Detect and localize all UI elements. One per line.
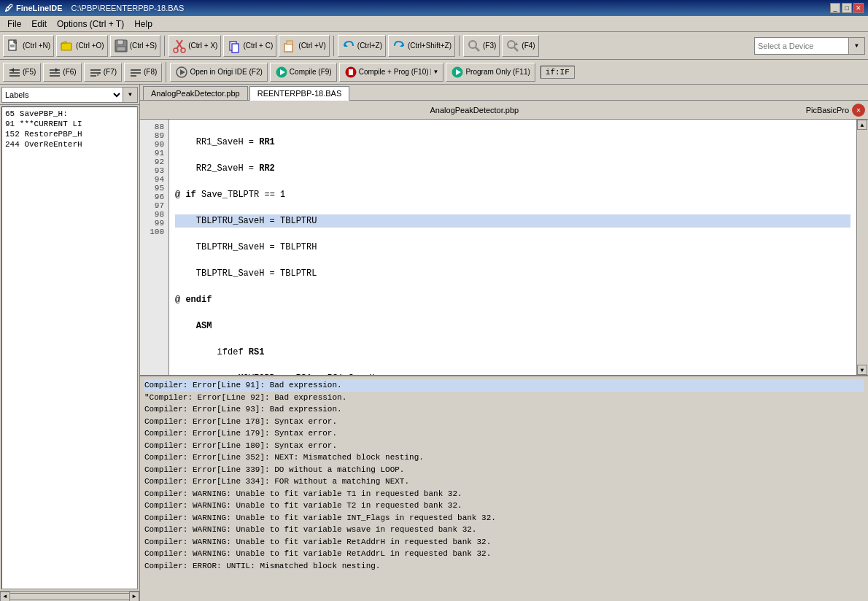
sidebar-header: Labels Functions Variables ▼ [0, 85, 139, 105]
output-line-8: Compiler: Error[Line 334]: FOR without a… [144, 476, 864, 488]
app-name: FineLineIDE [16, 4, 63, 12]
sidebar-item-1[interactable]: 91 ***CURRENT LI [4, 119, 136, 129]
title-left: 🖊 FineLineIDE C:\PBP\REENTERPBP-18.BAS [4, 3, 184, 13]
svg-rect-14 [287, 41, 292, 44]
sidebar-dropdown[interactable]: Labels Functions Variables [1, 87, 123, 103]
program-only-button[interactable]: Program Only (F11) [446, 63, 535, 82]
sidebar-horizontal-scrollbar[interactable]: ◄ ► [0, 591, 139, 601]
menu-file[interactable]: File [3, 18, 26, 30]
editor-scroll-up[interactable]: ▲ [857, 120, 867, 130]
toolbar2-btn-f7[interactable]: // (F7) [84, 63, 122, 82]
close-button[interactable]: ✕ [853, 3, 864, 13]
device-dropdown-button[interactable]: ▼ [849, 37, 865, 55]
menu-options[interactable]: Options (Ctrl + T) [53, 18, 128, 30]
svg-point-10 [181, 48, 185, 53]
menu-bar: File Edit Options (Ctrl + T) Help [0, 16, 868, 32]
tab-reenter[interactable]: REENTERPBP-18.BAS [249, 86, 350, 101]
undo-button[interactable]: (Ctrl+Z) [338, 35, 386, 57]
svg-rect-30 [90, 69, 101, 71]
new-label: (Ctrl +N) [23, 42, 50, 50]
output-line-1: "Compiler: Error[Line 92]: Bad expressio… [144, 392, 864, 404]
paste-button[interactable]: (Ctrl +V) [279, 35, 330, 57]
minimize-button[interactable]: _ [830, 3, 840, 13]
toolbar2-btn-f6[interactable]: (F6) [43, 63, 81, 82]
redo-label: (Ctrl+Shift+Z) [408, 42, 452, 50]
svg-rect-35 [131, 72, 141, 74]
output-line-12: Compiler: WARNING: Unable to fit variabl… [144, 524, 864, 536]
sidebar-item-2[interactable]: 152 RestorePBP_H [4, 129, 136, 139]
uncomment-icon [129, 66, 142, 79]
svg-text://: // [97, 71, 100, 77]
code-editor[interactable]: RR1_SaveH = RR1 RR2_SaveH = RR2 @ if Sav… [169, 120, 856, 375]
sidebar-scroll-left[interactable]: ◄ [0, 592, 10, 602]
tab-analog[interactable]: AnalogPeakDetector.pbp [143, 86, 248, 100]
title-bar: 🖊 FineLineIDE C:\PBP\REENTERPBP-18.BAS _… [0, 0, 868, 16]
svg-rect-42 [349, 69, 353, 75]
output-line-2: Compiler: Error[Line 93]: Bad expression… [144, 403, 864, 416]
svg-point-9 [174, 48, 178, 53]
editor-scroll-down[interactable]: ▼ [857, 365, 867, 375]
tb2-f5-label: (F5) [23, 68, 36, 76]
sidebar-item-3[interactable]: 244 OverReEnterH [4, 139, 136, 150]
output-line-7: Compiler: Error[Line 339]: DO without a … [144, 464, 864, 476]
svg-rect-32 [90, 75, 96, 77]
new-button[interactable]: (Ctrl +N) [3, 35, 54, 57]
cut-icon [172, 39, 187, 53]
separator4 [166, 62, 166, 82]
sidebar-item-0[interactable]: 65 SavePBP_H: [4, 109, 136, 119]
output-line-14: Compiler: WARNING: Unable to fit variabl… [144, 548, 864, 560]
toolbar2-btn-f5[interactable]: (F5) [3, 63, 41, 82]
svg-point-17 [469, 41, 476, 48]
sidebar-dropdown-button[interactable]: ▼ [123, 87, 138, 103]
if-badge: if:IF [540, 66, 575, 79]
copy-icon [227, 39, 241, 53]
output-line-10: Compiler: WARNING: Unable to fit variabl… [144, 500, 864, 512]
app-logo: 🖊 [4, 3, 13, 13]
menu-edit[interactable]: Edit [27, 18, 51, 30]
program-only-label: Program Only (F11) [465, 68, 530, 76]
output-line-0: Compiler: Error[Line 91]: Bad expression… [144, 379, 864, 392]
output-panel: Compiler: Error[Line 91]: Bad expression… [140, 375, 868, 601]
sidebar-scrollbar-track[interactable] [10, 593, 129, 600]
svg-marker-15 [344, 43, 348, 47]
find-next-button[interactable]: + (F4) [502, 35, 538, 57]
find-label: (F3) [483, 42, 496, 50]
open-origi-button[interactable]: Open in Origi IDE (F2) [170, 63, 267, 82]
copy-button[interactable]: (Ctrl + C) [223, 35, 276, 57]
compile-button[interactable]: Compile (F9) [270, 63, 337, 82]
undo-label: (Ctrl+Z) [357, 42, 382, 50]
close-editor-button[interactable]: ✕ [852, 104, 865, 117]
editor-filename: AnalogPeakDetector.pbp [143, 106, 806, 115]
redo-button[interactable]: (Ctrl+Shift+Z) [388, 35, 455, 57]
output-line-13: Compiler: WARNING: Unable to fit variabl… [144, 536, 864, 548]
find-icon [467, 39, 481, 53]
separator3 [459, 36, 460, 56]
toolbar1: (Ctrl +N) (Ctrl +O) (Ctrl +S) (Ctrl + X)… [0, 32, 868, 60]
code-line-95: ASM [175, 319, 850, 333]
svg-rect-23 [9, 72, 20, 74]
menu-help[interactable]: Help [130, 18, 157, 30]
editor-vertical-scrollbar[interactable]: ▲ ▼ [856, 120, 868, 375]
maximize-button[interactable]: □ [842, 3, 852, 13]
device-select-input[interactable]: Select a Device [754, 37, 849, 55]
output-line-11: Compiler: WARNING: Unable to fit variabl… [144, 512, 864, 524]
output-line-5: Compiler: Error[Line 180]: Syntax error. [144, 440, 864, 452]
code-area: 88 89 90 91 92 93 94 95 96 97 98 99 100 … [140, 120, 868, 375]
toolbar2-btn-f8[interactable]: (F8) [124, 63, 162, 82]
find-next-label: (F4) [522, 42, 535, 50]
open-button[interactable]: (Ctrl +O) [56, 35, 108, 57]
compile-prog-icon [344, 66, 357, 79]
editor-scrollbar-track[interactable] [857, 130, 868, 365]
compile-prog-dropdown-icon[interactable]: ▼ [430, 69, 439, 75]
sidebar-list: 65 SavePBP_H: 91 ***CURRENT LI 152 Resto… [1, 106, 138, 589]
svg-rect-12 [232, 44, 239, 53]
title-buttons: _ □ ✕ [830, 3, 864, 13]
sidebar-scroll-right[interactable]: ► [129, 592, 139, 602]
svg-marker-16 [400, 43, 403, 47]
compile-prog-button[interactable]: Compile + Prog (F10) ▼ [339, 63, 444, 82]
compile-icon [275, 66, 288, 79]
save-button[interactable]: (Ctrl +S) [110, 35, 161, 57]
separator2 [333, 36, 334, 56]
cut-button[interactable]: (Ctrl + X) [168, 35, 221, 57]
find-button[interactable]: (F3) [463, 35, 500, 57]
